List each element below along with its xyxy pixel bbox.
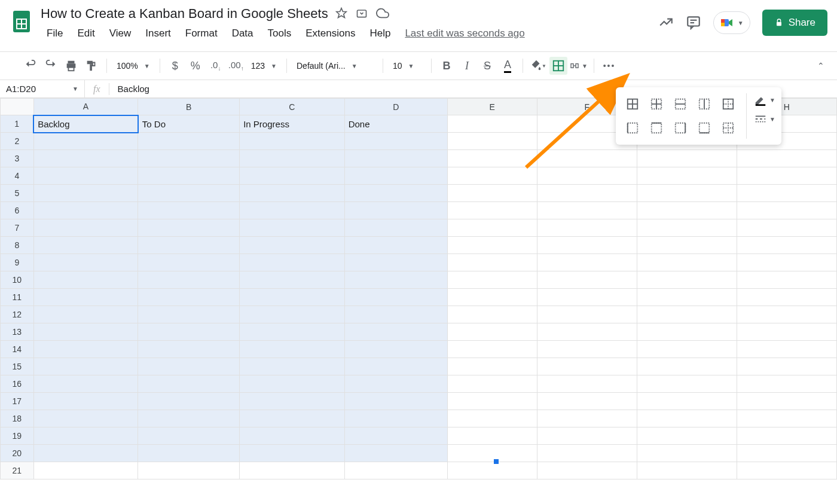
cell-B14[interactable] xyxy=(138,341,240,358)
print-button[interactable] xyxy=(62,57,80,75)
cell-H11[interactable] xyxy=(737,289,836,306)
cell-C2[interactable] xyxy=(240,133,344,150)
cell-A18[interactable] xyxy=(33,410,138,427)
cell-G15[interactable] xyxy=(637,358,737,375)
cell-D7[interactable] xyxy=(344,219,447,237)
cell-C13[interactable] xyxy=(240,323,344,341)
cell-F11[interactable] xyxy=(537,289,637,306)
cell-G10[interactable] xyxy=(637,271,737,289)
cell-D21[interactable] xyxy=(344,462,447,479)
more-button[interactable]: ••• xyxy=(600,57,618,75)
cell-F6[interactable] xyxy=(537,202,637,219)
cell-E16[interactable] xyxy=(447,375,537,393)
border-left-button[interactable] xyxy=(622,117,643,139)
cell-A21[interactable] xyxy=(33,462,138,479)
undo-button[interactable] xyxy=(22,57,39,75)
cell-C16[interactable] xyxy=(240,375,344,393)
cell-B9[interactable] xyxy=(138,254,240,271)
font-dropdown[interactable]: Default (Ari...▼ xyxy=(293,61,377,71)
decrease-decimal-button[interactable]: .0↓ xyxy=(207,57,225,75)
cell-E17[interactable] xyxy=(447,393,537,410)
cell-D4[interactable] xyxy=(344,167,447,185)
cell-B5[interactable] xyxy=(138,185,240,202)
cell-G14[interactable] xyxy=(637,341,737,358)
cell-H15[interactable] xyxy=(737,358,836,375)
cell-G4[interactable] xyxy=(637,167,737,185)
name-box[interactable]: A1:D20 ▼ xyxy=(0,80,85,97)
cell-E20[interactable] xyxy=(447,445,537,462)
cell-E14[interactable] xyxy=(447,341,537,358)
selection-handle[interactable] xyxy=(494,459,499,464)
percent-button[interactable]: % xyxy=(187,57,204,75)
cell-E7[interactable] xyxy=(447,219,537,237)
cell-F12[interactable] xyxy=(537,306,637,323)
border-none-button[interactable] xyxy=(717,117,739,139)
cell-A13[interactable] xyxy=(33,323,138,341)
cell-H8[interactable] xyxy=(737,237,836,254)
row-header-1[interactable]: 1 xyxy=(1,115,34,133)
cell-E19[interactable] xyxy=(447,427,537,445)
cell-F19[interactable] xyxy=(537,427,637,445)
cell-D8[interactable] xyxy=(344,237,447,254)
row-header-20[interactable]: 20 xyxy=(1,445,34,462)
cell-E8[interactable] xyxy=(447,237,537,254)
column-header-A[interactable]: A xyxy=(33,99,138,115)
cell-C17[interactable] xyxy=(240,393,344,410)
cell-E15[interactable] xyxy=(447,358,537,375)
cell-F8[interactable] xyxy=(537,237,637,254)
menu-data[interactable]: Data xyxy=(226,25,259,42)
cell-B4[interactable] xyxy=(138,167,240,185)
cell-C7[interactable] xyxy=(240,219,344,237)
cell-D2[interactable] xyxy=(344,133,447,150)
cell-C4[interactable] xyxy=(240,167,344,185)
cell-H10[interactable] xyxy=(737,271,836,289)
cell-B21[interactable] xyxy=(138,462,240,479)
row-header-10[interactable]: 10 xyxy=(1,271,34,289)
cell-B7[interactable] xyxy=(138,219,240,237)
cell-G3[interactable] xyxy=(637,150,737,167)
cell-G19[interactable] xyxy=(637,427,737,445)
row-header-17[interactable]: 17 xyxy=(1,393,34,410)
cell-A3[interactable] xyxy=(33,150,138,167)
cell-G17[interactable] xyxy=(637,393,737,410)
cell-G13[interactable] xyxy=(637,323,737,341)
cell-B18[interactable] xyxy=(138,410,240,427)
row-header-21[interactable]: 21 xyxy=(1,462,34,479)
fill-color-button[interactable]: ▼ xyxy=(529,57,547,75)
row-header-4[interactable]: 4 xyxy=(1,167,34,185)
cell-C5[interactable] xyxy=(240,185,344,202)
border-all-button[interactable] xyxy=(622,93,643,115)
cell-C10[interactable] xyxy=(240,271,344,289)
formula-input[interactable]: Backlog xyxy=(109,84,158,94)
cell-H7[interactable] xyxy=(737,219,836,237)
cell-A10[interactable] xyxy=(33,271,138,289)
move-icon[interactable] xyxy=(356,7,368,21)
cell-D11[interactable] xyxy=(344,289,447,306)
cell-A14[interactable] xyxy=(33,341,138,358)
row-header-3[interactable]: 3 xyxy=(1,150,34,167)
row-header-8[interactable]: 8 xyxy=(1,237,34,254)
cell-C19[interactable] xyxy=(240,427,344,445)
cell-B17[interactable] xyxy=(138,393,240,410)
cell-B11[interactable] xyxy=(138,289,240,306)
cell-E21[interactable] xyxy=(447,462,537,479)
menu-edit[interactable]: Edit xyxy=(71,25,100,42)
paint-format-button[interactable] xyxy=(83,57,100,75)
menu-tools[interactable]: Tools xyxy=(262,25,298,42)
cell-D14[interactable] xyxy=(344,341,447,358)
cell-C8[interactable] xyxy=(240,237,344,254)
cell-F20[interactable] xyxy=(537,445,637,462)
row-header-19[interactable]: 19 xyxy=(1,427,34,445)
column-header-D[interactable]: D xyxy=(344,99,447,115)
zoom-dropdown[interactable]: 100%▼ xyxy=(113,61,154,71)
cell-E5[interactable] xyxy=(447,185,537,202)
menu-help[interactable]: Help xyxy=(363,25,396,42)
cell-A9[interactable] xyxy=(33,254,138,271)
cell-G8[interactable] xyxy=(637,237,737,254)
cell-B15[interactable] xyxy=(138,358,240,375)
cell-H3[interactable] xyxy=(737,150,836,167)
cell-B20[interactable] xyxy=(138,445,240,462)
cell-B10[interactable] xyxy=(138,271,240,289)
redo-button[interactable] xyxy=(42,57,60,75)
cell-G20[interactable] xyxy=(637,445,737,462)
